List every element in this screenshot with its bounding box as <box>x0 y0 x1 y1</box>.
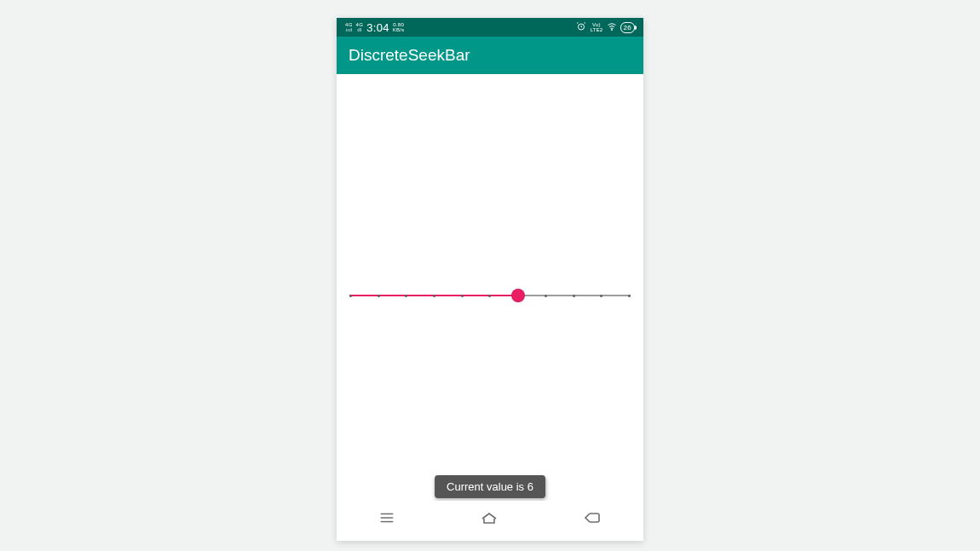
navigation-bar <box>337 501 643 538</box>
home-icon[interactable] <box>479 508 499 531</box>
status-bar: 4G ıııl 4G ıll 3:04 0.80 KB/s <box>337 18 643 37</box>
seekbar-tick <box>461 295 464 297</box>
seekbar-tick <box>433 295 435 297</box>
recent-apps-icon[interactable] <box>378 508 396 531</box>
seekbar-tick <box>573 295 575 297</box>
seekbar-tick <box>488 295 491 297</box>
signal-1-icon: 4G ıııl <box>345 22 353 32</box>
app-title: DiscreteSeekBar <box>349 46 470 65</box>
seekbar-tick <box>349 295 352 297</box>
seekbar-tick <box>600 295 602 297</box>
svg-point-1 <box>611 30 612 31</box>
toast: Current value is 6 <box>435 475 545 498</box>
signal-2-icon: 4G ıll <box>356 22 364 32</box>
status-left: 4G ıııl 4G ıll 3:04 0.80 KB/s <box>345 21 405 34</box>
battery-icon: 26 <box>620 22 636 33</box>
status-clock: 3:04 <box>366 21 389 34</box>
network-speed: 0.80 KB/s <box>393 22 405 32</box>
discrete-seekbar[interactable] <box>349 289 631 302</box>
app-content: Current value is 6 <box>337 74 643 541</box>
seekbar-tick <box>545 295 547 297</box>
seekbar-tick <box>378 295 380 297</box>
alarm-icon <box>576 21 586 33</box>
seekbar-thumb[interactable] <box>511 289 525 302</box>
wifi-icon <box>607 21 617 33</box>
phone-frame: 4G ıııl 4G ıll 3:04 0.80 KB/s <box>337 18 643 541</box>
status-right: Vo) LTE2 26 <box>576 21 635 33</box>
seekbar-ticks <box>349 295 631 297</box>
back-icon[interactable] <box>582 508 602 531</box>
app-bar: DiscreteSeekBar <box>337 37 643 74</box>
seekbar-tick <box>405 295 407 297</box>
seekbar-tick <box>628 295 631 297</box>
toast-text: Current value is 6 <box>447 480 533 493</box>
volte-icon: Vo) LTE2 <box>590 22 602 32</box>
